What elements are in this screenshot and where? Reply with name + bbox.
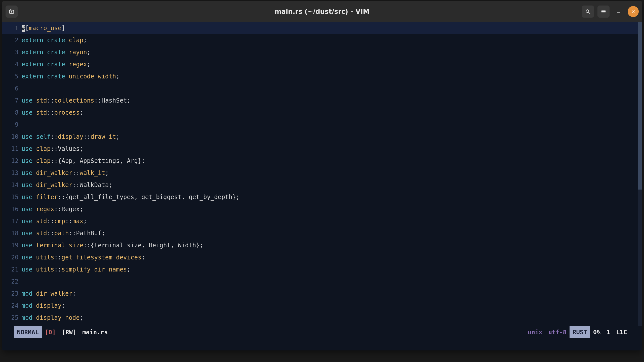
code-line[interactable]: 7use std::collections::HashSet; xyxy=(2,95,642,107)
window-title: main.rs (~/dust/src) - VIM xyxy=(274,8,369,15)
code-text[interactable]: use regex::Regex; xyxy=(22,203,642,215)
code-line[interactable]: 13use dir_walker::walk_it; xyxy=(2,167,642,179)
line-number: 1 xyxy=(2,22,22,34)
menu-button[interactable] xyxy=(597,6,610,18)
code-line[interactable]: 17use std::cmp::max; xyxy=(2,215,642,227)
code-line[interactable]: 22 xyxy=(2,276,642,288)
status-rw: [RW] xyxy=(59,326,79,338)
line-number: 23 xyxy=(2,288,22,300)
code-line[interactable]: 8use std::process; xyxy=(2,107,642,119)
line-number: 19 xyxy=(2,239,22,251)
line-number: 25 xyxy=(2,312,22,324)
code-line[interactable]: 2extern crate clap; xyxy=(2,34,642,46)
code-text[interactable]: #[macro_use] xyxy=(22,22,642,34)
code-text[interactable]: mod display; xyxy=(22,300,642,312)
command-area[interactable] xyxy=(2,338,642,350)
line-number: 18 xyxy=(2,227,22,239)
code-area[interactable]: 1#[macro_use]2extern crate clap;3extern … xyxy=(2,22,642,326)
status-line: 1 xyxy=(603,326,613,338)
code-text[interactable]: use dir_walker::walk_it; xyxy=(22,167,642,179)
code-text[interactable]: use self::display::draw_it; xyxy=(22,131,642,143)
line-number: 14 xyxy=(2,179,22,191)
close-icon xyxy=(631,10,635,14)
code-line[interactable]: 12use clap::{App, AppSettings, Arg}; xyxy=(2,155,642,167)
code-line[interactable]: 18use std::path::PathBuf; xyxy=(2,227,642,239)
code-text[interactable]: mod dir_walker; xyxy=(22,288,642,300)
line-number: 8 xyxy=(2,107,22,119)
code-text[interactable]: extern crate clap; xyxy=(22,34,642,46)
line-number: 15 xyxy=(2,191,22,203)
code-line[interactable]: 16use regex::Regex; xyxy=(2,203,642,215)
line-number: 13 xyxy=(2,167,22,179)
editor-viewport[interactable]: 1#[macro_use]2extern crate clap;3extern … xyxy=(2,22,642,350)
status-mode: NORMAL xyxy=(14,326,42,338)
code-text[interactable]: extern crate rayon; xyxy=(22,46,642,58)
code-text[interactable]: use utils::simplify_dir_names; xyxy=(22,263,642,276)
code-text[interactable]: use std::collections::HashSet; xyxy=(22,95,642,107)
code-line[interactable]: 1#[macro_use] xyxy=(2,22,642,34)
code-line[interactable]: 6 xyxy=(2,82,642,95)
code-line[interactable]: 10use self::display::draw_it; xyxy=(2,131,642,143)
minimize-icon xyxy=(616,9,621,14)
svg-line-5 xyxy=(588,12,590,14)
code-text[interactable]: use std::process; xyxy=(22,107,642,119)
code-text[interactable]: extern crate regex; xyxy=(22,58,642,70)
code-line[interactable]: 5extern crate unicode_width; xyxy=(2,70,642,82)
code-text[interactable] xyxy=(22,82,642,95)
code-text[interactable]: use dir_walker::WalkData; xyxy=(22,179,642,191)
status-percent: 0% xyxy=(590,326,603,338)
code-line[interactable]: 25mod display_node; xyxy=(2,312,642,324)
status-filename: main.rs xyxy=(79,326,111,338)
code-text[interactable]: mod display_node; xyxy=(22,312,642,324)
line-number: 9 xyxy=(2,119,22,131)
code-line[interactable]: 21use utils::simplify_dir_names; xyxy=(2,263,642,276)
svg-rect-1 xyxy=(10,9,11,10)
code-line[interactable]: 24mod display; xyxy=(2,300,642,312)
code-line[interactable]: 20use utils::get_filesystem_devices; xyxy=(2,251,642,263)
code-text[interactable]: use utils::get_filesystem_devices; xyxy=(22,251,642,263)
status-modified: [0] xyxy=(42,326,59,338)
code-text[interactable]: use clap::{App, AppSettings, Arg}; xyxy=(22,155,642,167)
line-number: 17 xyxy=(2,215,22,227)
new-tab-icon xyxy=(9,9,14,14)
search-button[interactable] xyxy=(582,6,594,18)
code-line[interactable]: 4extern crate regex; xyxy=(2,58,642,70)
line-number: 22 xyxy=(2,276,22,288)
code-text[interactable]: use terminal_size::{terminal_size, Heigh… xyxy=(22,239,642,251)
line-number: 2 xyxy=(2,34,22,46)
terminal-window: main.rs (~/dust/src) - VIM xyxy=(2,1,642,350)
code-line[interactable]: 11use clap::Values; xyxy=(2,143,642,155)
code-line[interactable]: 3extern crate rayon; xyxy=(2,46,642,58)
code-text[interactable]: use filter::{get_all_file_types, get_big… xyxy=(22,191,642,203)
code-line[interactable]: 19use terminal_size::{terminal_size, Hei… xyxy=(2,239,642,251)
titlebar: main.rs (~/dust/src) - VIM xyxy=(2,1,642,22)
line-number: 11 xyxy=(2,143,22,155)
status-os: unix xyxy=(525,326,545,338)
line-number: 12 xyxy=(2,155,22,167)
code-text[interactable] xyxy=(22,119,642,131)
scrollbar[interactable] xyxy=(638,22,642,326)
code-line[interactable]: 9 xyxy=(2,119,642,131)
line-number: 21 xyxy=(2,263,22,276)
status-col: L1C xyxy=(613,326,630,338)
code-line[interactable]: 23mod dir_walker; xyxy=(2,288,642,300)
search-icon xyxy=(585,9,591,14)
code-text[interactable]: use clap::Values; xyxy=(22,143,642,155)
line-number: 16 xyxy=(2,203,22,215)
code-text[interactable]: use std::path::PathBuf; xyxy=(22,227,642,239)
statusline: NORMAL [0] [RW] main.rs unix utf-8 RUST … xyxy=(2,326,642,338)
code-text[interactable] xyxy=(22,276,642,288)
close-button[interactable] xyxy=(628,6,639,17)
line-number: 3 xyxy=(2,46,22,58)
line-number: 10 xyxy=(2,131,22,143)
new-tab-button[interactable] xyxy=(6,6,18,18)
scrollbar-thumb[interactable] xyxy=(638,22,642,190)
line-number: 6 xyxy=(2,82,22,95)
code-line[interactable]: 15use filter::{get_all_file_types, get_b… xyxy=(2,191,642,203)
line-number: 4 xyxy=(2,58,22,70)
line-number: 7 xyxy=(2,95,22,107)
code-text[interactable]: extern crate unicode_width; xyxy=(22,70,642,82)
code-text[interactable]: use std::cmp::max; xyxy=(22,215,642,227)
code-line[interactable]: 14use dir_walker::WalkData; xyxy=(2,179,642,191)
minimize-button[interactable] xyxy=(613,6,624,17)
